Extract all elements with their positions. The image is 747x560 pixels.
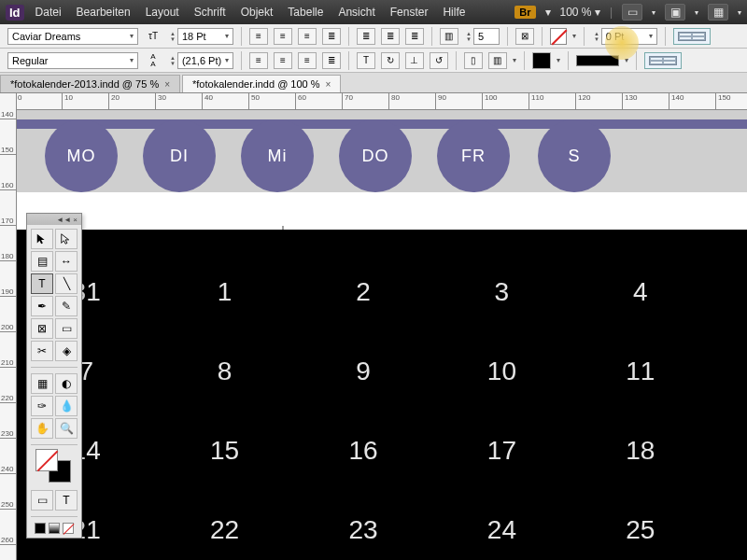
close-icon[interactable]: × xyxy=(164,79,170,90)
calendar-cell[interactable]: 23 xyxy=(294,490,432,560)
calendar-cell[interactable]: 18 xyxy=(571,411,710,490)
rotate-270-icon[interactable]: ↻ xyxy=(381,52,400,69)
page-tool[interactable]: ▤ xyxy=(31,251,53,272)
calendar-cell[interactable]: 16 xyxy=(294,411,432,490)
calendar-cell[interactable]: 9 xyxy=(294,331,432,411)
view-mode-icon[interactable]: ▭ xyxy=(622,4,642,21)
calendar-cell[interactable] xyxy=(710,331,747,411)
day-circle-di[interactable]: DI xyxy=(143,119,216,192)
rotate-flip-icon[interactable]: ⊥ xyxy=(405,52,424,69)
calendar-cell[interactable] xyxy=(710,252,747,331)
day-circle-do[interactable]: DO xyxy=(339,119,412,192)
calendar-cell[interactable] xyxy=(710,490,747,560)
eyedropper-tool[interactable]: 💧 xyxy=(55,396,78,416)
gradient-feather-tool[interactable]: ◐ xyxy=(55,373,78,394)
calendar-cell[interactable]: 8 xyxy=(155,331,293,411)
calendar-grid[interactable]: 311234789101114151617182122232425 xyxy=(17,230,747,560)
menu-bearbeiten[interactable]: Bearbeiten xyxy=(77,6,131,19)
gradient-swatch-tool[interactable]: ▦ xyxy=(31,373,53,394)
ruler-horizontal[interactable]: 0102030405060708090100110120130140150 xyxy=(17,93,747,110)
rectangle-frame-tool[interactable]: ⊠ xyxy=(31,318,53,339)
free-transform-tool[interactable]: ◈ xyxy=(55,341,78,361)
day-circle-mo[interactable]: MO xyxy=(45,119,118,192)
merge-cells-icon[interactable]: ▯ xyxy=(464,52,483,69)
align-center-icon[interactable]: ≡ xyxy=(274,28,292,45)
day-circle-s[interactable]: S xyxy=(538,119,611,192)
format-container-icon[interactable]: ▭ xyxy=(31,490,53,511)
menu-layout[interactable]: Layout xyxy=(146,6,179,19)
text-orient-icon[interactable]: T xyxy=(357,52,375,69)
close-icon[interactable]: × xyxy=(326,79,331,90)
calendar-cell[interactable]: 1 xyxy=(155,252,293,331)
cell-options-icon[interactable] xyxy=(673,28,711,45)
menu-fenster[interactable]: Fenster xyxy=(390,6,429,19)
no-break-icon[interactable]: ⊠ xyxy=(515,28,534,45)
stroke-weight-spinner[interactable]: ▲▼0 Pt▾ xyxy=(592,28,657,45)
stroke-style[interactable] xyxy=(576,55,619,66)
tab-fotokalender[interactable]: *fotokalender.indd @ 100 %× xyxy=(182,75,341,92)
calendar-cell[interactable] xyxy=(710,411,747,490)
calendar-cell[interactable]: 22 xyxy=(155,490,293,560)
calendar-cell[interactable]: 2 xyxy=(294,252,432,331)
calendar-cell[interactable]: 3 xyxy=(432,252,571,331)
scissors-tool[interactable]: ✂ xyxy=(31,341,53,361)
menu-schrift[interactable]: Schrift xyxy=(194,6,226,19)
justify-icon[interactable]: ≣ xyxy=(322,28,341,45)
bridge-button[interactable]: Br xyxy=(514,6,535,19)
justify-left-icon[interactable]: ≣ xyxy=(357,28,375,45)
valign-top-icon[interactable]: ≡ xyxy=(249,52,268,69)
fill-swatch[interactable] xyxy=(550,28,567,45)
format-text-icon[interactable]: T xyxy=(55,490,78,511)
rectangle-tool[interactable]: ▭ xyxy=(55,318,78,339)
hand-tool[interactable]: ✋ xyxy=(31,418,53,439)
cell-style-icon[interactable] xyxy=(644,52,682,69)
menu-hilfe[interactable]: Hilfe xyxy=(443,6,465,19)
valign-justify-icon[interactable]: ≣ xyxy=(322,52,341,69)
type-tool[interactable]: T xyxy=(31,273,53,294)
calendar-cell[interactable]: 11 xyxy=(571,331,710,411)
selection-tool[interactable] xyxy=(31,229,53,249)
screen-mode-icon[interactable]: ▣ xyxy=(665,4,685,21)
justify-center-icon[interactable]: ≣ xyxy=(381,28,400,45)
columns-icon[interactable]: ▥ xyxy=(440,28,458,45)
note-tool[interactable]: ✑ xyxy=(31,396,53,416)
calendar-cell[interactable]: 24 xyxy=(432,490,571,560)
menu-ansicht[interactable]: Ansicht xyxy=(338,6,374,19)
line-tool[interactable]: ╲ xyxy=(55,273,78,294)
arrange-icon[interactable]: ▦ xyxy=(708,4,728,21)
default-swatches[interactable] xyxy=(27,519,81,538)
panel-collapse-icon[interactable]: ◄◄ × xyxy=(27,214,81,225)
gap-tool[interactable]: ↔ xyxy=(55,251,78,272)
calendar-cell[interactable]: 4 xyxy=(571,252,710,331)
menu-objekt[interactable]: Objekt xyxy=(241,6,274,19)
justify-right-icon[interactable]: ≣ xyxy=(405,28,424,45)
calendar-cell[interactable]: 25 xyxy=(571,490,710,560)
pencil-tool[interactable]: ✎ xyxy=(55,296,78,316)
menu-datei[interactable]: Datei xyxy=(35,6,62,19)
font-weight-dropdown[interactable]: Regular▾ xyxy=(7,52,138,69)
font-family-dropdown[interactable]: Caviar Dreams▾ xyxy=(7,28,138,45)
day-circle-fr[interactable]: FR xyxy=(437,119,510,192)
columns-spinner[interactable]: ▲▼5 xyxy=(464,28,500,45)
valign-bottom-icon[interactable]: ≡ xyxy=(298,52,317,69)
calendar-cell[interactable]: 17 xyxy=(432,411,571,490)
direct-selection-tool[interactable] xyxy=(55,229,78,249)
zoom-tool[interactable]: 🔍 xyxy=(55,418,78,439)
calendar-cell[interactable]: 15 xyxy=(155,411,293,490)
document-canvas[interactable]: MODIMiDOFRS ↓ 31123478910111415161718212… xyxy=(17,110,747,560)
menu-tabelle[interactable]: Tabelle xyxy=(288,6,323,19)
split-cell-icon[interactable]: ▥ xyxy=(488,52,507,69)
calendar-cell[interactable]: 10 xyxy=(432,331,571,411)
rotate-90-icon[interactable]: ↺ xyxy=(430,52,448,69)
fill-stroke-proxy[interactable] xyxy=(35,449,73,483)
stroke-swatch[interactable] xyxy=(532,52,551,69)
leading-spinner[interactable]: ▲▼(21,6 Pt)▾ xyxy=(168,52,233,69)
valign-center-icon[interactable]: ≡ xyxy=(274,52,292,69)
zoom-level[interactable]: 100 % ▾ xyxy=(560,6,600,19)
ruler-vertical[interactable]: 1401501601701801902002102202302402502602… xyxy=(0,93,17,560)
font-size-spinner[interactable]: ▲▼18 Pt▾ xyxy=(168,28,233,45)
day-circle-mi[interactable]: Mi xyxy=(241,119,314,192)
align-left-icon[interactable]: ≡ xyxy=(249,28,268,45)
align-right-icon[interactable]: ≡ xyxy=(298,28,317,45)
tab-fotokalender-2013[interactable]: *fotokalender-2013.indd @ 75 %× xyxy=(0,75,180,92)
